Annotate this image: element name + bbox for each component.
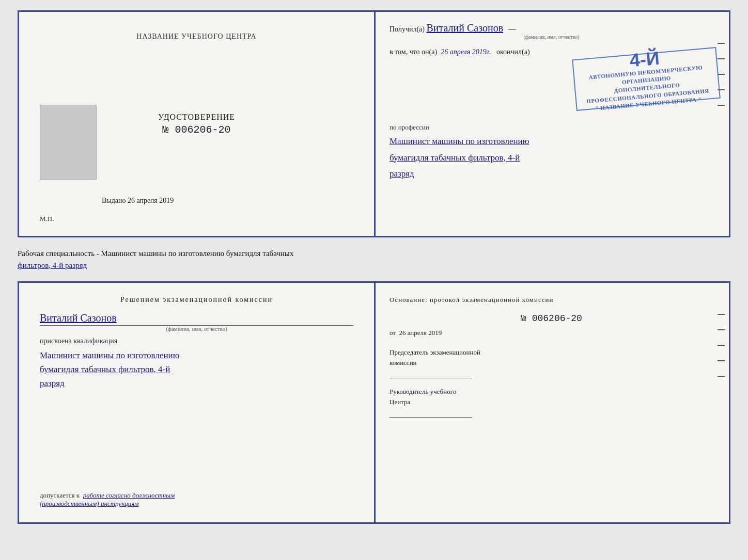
mp-label: М.П. bbox=[40, 215, 54, 223]
bottom-name-block: Виталий Сазонов (фамилия, имя, отчество) bbox=[40, 312, 353, 332]
qualification-line2: бумагидля табачных фильтров, 4-й bbox=[40, 362, 353, 376]
profession-line3: разряд bbox=[389, 167, 713, 181]
poluchil-line: Получил(а) Виталий Сазонов — (фамилия, и… bbox=[389, 22, 713, 40]
vtom-date: 26 апреля 2019г. bbox=[441, 48, 491, 56]
dopuskaetsya-block: допускается к работе согласно должностны… bbox=[40, 491, 175, 508]
okonchil-label: окончил(а) bbox=[496, 48, 530, 56]
profession-line2: бумагидля табачных фильтров, 4-й bbox=[389, 151, 713, 165]
cert-top-left: НАЗВАНИЕ УЧЕБНОГО ЦЕНТРА УДОСТОВЕРЕНИЕ №… bbox=[19, 12, 374, 236]
cert-top-right: Получил(а) Виталий Сазонов — (фамилия, и… bbox=[374, 12, 729, 236]
bottom-side-mark-2 bbox=[718, 329, 725, 330]
rukovoditel-text1: Руководитель учебного bbox=[389, 388, 456, 395]
side-mark-4 bbox=[718, 89, 725, 90]
poluchil-prefix: Получил(а) bbox=[389, 25, 425, 33]
bottom-side-mark-3 bbox=[718, 345, 725, 346]
middle-text-underline: фильтров, 4-й разряд bbox=[18, 261, 87, 269]
ot-date: 26 апреля 2019 bbox=[399, 329, 442, 337]
rukovoditel-signature-line bbox=[389, 417, 472, 418]
predsedatel-block: Председатель экзаменационной комиссии bbox=[389, 347, 713, 378]
rukovoditel-text2: Центра bbox=[389, 398, 410, 406]
bottom-side-mark-1 bbox=[718, 314, 725, 315]
side-mark-1 bbox=[718, 43, 725, 44]
middle-text-block: Рабочая специальность - Машинист машины … bbox=[18, 244, 730, 275]
recipient-name: Виталий Сазонов bbox=[426, 22, 503, 34]
dopuskaetsya-italic1: работе согласно должностным bbox=[83, 491, 175, 499]
vydano-block: Выдано 26 апреля 2019 bbox=[102, 197, 174, 205]
certificate-bottom: Решением экзаменационной комиссии Витали… bbox=[18, 281, 730, 524]
rukovoditel-block: Руководитель учебного Центра bbox=[389, 387, 713, 418]
profession-line1: Машинист машины по изготовлению bbox=[389, 135, 713, 148]
photo-placeholder bbox=[40, 105, 97, 180]
predsedatel-label: Председатель экзаменационной комиссии bbox=[389, 347, 713, 367]
training-center-name-top: НАЗВАНИЕ УЧЕБНОГО ЦЕНТРА bbox=[136, 33, 256, 41]
predsedatel-text1: Председатель экзаменационной bbox=[389, 348, 480, 356]
po-professii-label: по профессии bbox=[389, 123, 713, 132]
osnovanie-label: Основание: протокол экзаменационной коми… bbox=[389, 296, 713, 304]
rukovoditel-label: Руководитель учебного Центра bbox=[389, 387, 713, 407]
vtom-prefix: в том, что он(а) bbox=[389, 48, 437, 56]
bottom-right-marks bbox=[718, 314, 725, 377]
qualification-line3: разряд bbox=[40, 376, 353, 390]
vydano-date: 26 апреля 2019 bbox=[128, 197, 174, 204]
bottom-name-sublabel: (фамилия, имя, отчество) bbox=[40, 325, 353, 332]
certificate-top: НАЗВАНИЕ УЧЕБНОГО ЦЕНТРА УДОСТОВЕРЕНИЕ №… bbox=[18, 10, 730, 237]
name-sublabel-top: (фамилия, имя, отчество) bbox=[389, 34, 713, 40]
prisvoena-label: присвоена квалификация bbox=[40, 337, 353, 345]
right-side-marks bbox=[718, 43, 725, 106]
udostoverenie-block: УДОСТОВЕРЕНИЕ № 006206-20 bbox=[158, 113, 235, 136]
bottom-side-mark-5 bbox=[718, 376, 725, 377]
dopuskaetsya-prefix: допускается к bbox=[40, 491, 80, 499]
protocol-date: от 26 апреля 2019 bbox=[389, 329, 713, 337]
udostoverenie-number: № 006206-20 bbox=[158, 124, 235, 136]
side-mark-5 bbox=[718, 105, 725, 106]
middle-text-prefix: Рабочая специальность - Машинист машины … bbox=[18, 249, 293, 258]
bottom-name-handwritten: Виталий Сазонов bbox=[40, 312, 117, 324]
ot-prefix: от bbox=[389, 329, 396, 337]
bottom-side-mark-4 bbox=[718, 360, 725, 361]
vydano-label: Выдано bbox=[102, 197, 126, 204]
stamp-block: 4-Й АВТОНОМНУЮ НЕКОММЕРЧЕСКУЮ ОРГАНИЗАЦИ… bbox=[572, 47, 721, 111]
cert-bottom-divider bbox=[374, 283, 376, 522]
resolution-title: Решением экзаменационной комиссии bbox=[40, 296, 353, 304]
side-mark-3 bbox=[718, 74, 725, 75]
dopuskaetsya-italic2: (производственным) инструкциям bbox=[40, 500, 139, 507]
protocol-number: № 006206-20 bbox=[389, 313, 713, 324]
cert-bottom-right: Основание: протокол экзаменационной коми… bbox=[374, 283, 729, 522]
cert-bottom-left: Решением экзаменационной комиссии Витали… bbox=[19, 283, 374, 522]
qualification-line1: Машинист машины по изготовлению bbox=[40, 348, 353, 362]
udostoverenie-title: УДОСТОВЕРЕНИЕ bbox=[158, 113, 235, 122]
predsedatel-text2: комиссии bbox=[389, 359, 417, 366]
side-mark-2 bbox=[718, 58, 725, 59]
predsedatel-signature-line bbox=[389, 378, 472, 378]
stamp-number: 4-Й bbox=[629, 49, 660, 70]
